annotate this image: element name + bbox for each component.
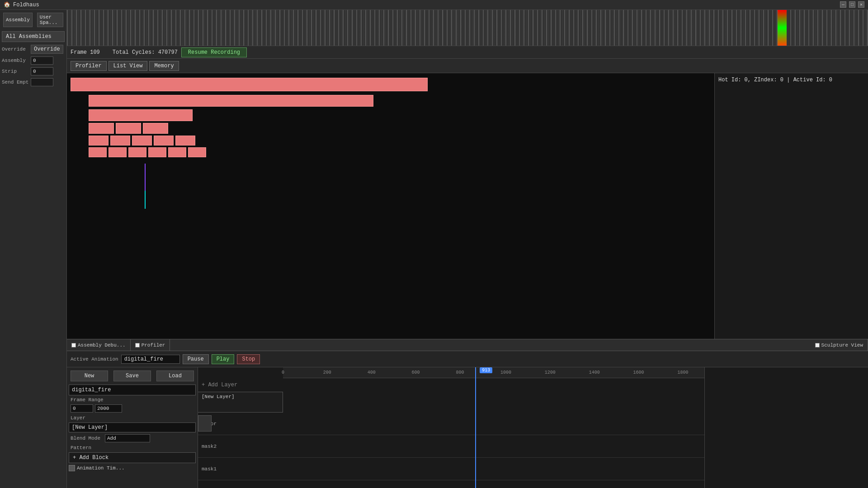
frame-end-input[interactable]: [95, 404, 122, 413]
bottom-content: New Save Load digital_fire Frame Range: [67, 367, 868, 488]
cursor-cyan: [145, 191, 146, 209]
prof-bar-6d: [148, 147, 166, 157]
blend-mode-input[interactable]: [105, 434, 150, 442]
color-block[interactable]: [198, 415, 212, 432]
anim-timeline-row: Animation Tim...: [69, 464, 196, 472]
animation-name-display: digital_fire: [69, 385, 196, 395]
new-button[interactable]: New: [71, 371, 108, 381]
memory-button[interactable]: Memory: [149, 61, 179, 71]
prof-bar-3: [89, 109, 193, 121]
prof-bar-1: [71, 78, 428, 91]
total-cycles-label: Total Cycles: 470797: [113, 49, 178, 56]
override-button[interactable]: Override: [31, 45, 63, 54]
tab-dot-sculpture: [815, 343, 820, 347]
blend-mode-row: Blend Mode: [69, 433, 196, 443]
prof-bar-6a: [89, 147, 107, 157]
main-container: Assembly User Spa... All Assemblies Over…: [0, 10, 868, 488]
add-block-button[interactable]: + Add Block: [69, 452, 196, 463]
send-empt-input[interactable]: [31, 78, 53, 86]
pause-button[interactable]: Pause: [183, 354, 209, 364]
sculpture-view-panel: [704, 367, 868, 488]
ruler-mark-1000: 1000: [500, 370, 511, 375]
track-row-color: color: [198, 413, 704, 435]
tab-profiler[interactable]: Profiler: [131, 339, 170, 351]
resume-recording-button[interactable]: Resume Recording: [181, 47, 247, 57]
tab-dot-profiler: [135, 343, 140, 347]
pattern-label: Pattern: [69, 443, 196, 451]
anim-timeline-icon: [69, 465, 75, 471]
strip-row: Strip: [0, 66, 66, 77]
stop-button[interactable]: Stop: [237, 354, 260, 364]
track-label-mask1: mask1: [198, 466, 283, 472]
ruler-mark-600: 600: [412, 370, 420, 375]
tab-dot-assembly: [71, 343, 76, 347]
app-icon: 🏠: [4, 1, 10, 8]
blend-mode-label: Blend Mode: [71, 436, 102, 441]
profiler-button[interactable]: Profiler: [71, 61, 107, 71]
save-button[interactable]: Save: [113, 371, 151, 381]
animation-controls: Active Animation Pause Play Stop: [67, 351, 868, 367]
profiler-controls: Frame 109 Total Cycles: 470797 Resume Re…: [67, 46, 868, 59]
prof-bar-5d: [154, 136, 174, 145]
prof-bar-6b: [108, 147, 127, 157]
toolbar-row: Profiler List View Memory: [67, 59, 868, 73]
profiler-viz: [67, 73, 714, 339]
new-layer-text: [New Layer]: [198, 392, 283, 401]
prof-bar-6f: [188, 147, 206, 157]
ruler-mark-800: 800: [456, 370, 464, 375]
prof-bar-5e: [175, 136, 195, 145]
override-label: Override: [2, 47, 29, 52]
strip-input[interactable]: [31, 67, 53, 75]
assembly-input[interactable]: [31, 56, 53, 65]
minimize-button[interactable]: —: [840, 1, 846, 8]
all-assemblies-button[interactable]: All Assemblies: [2, 31, 65, 42]
close-button[interactable]: ✕: [858, 1, 864, 8]
track-row-mask1: mask1: [198, 458, 704, 480]
track-row-mask2: mask2: [198, 435, 704, 458]
top-area: Frame 109 Total Cycles: 470797 Resume Re…: [67, 10, 868, 488]
send-empt-label: Send Empt: [2, 80, 29, 85]
frame-range-inputs: [69, 404, 196, 413]
ruler-mark-1600: 1600: [633, 370, 644, 375]
animation-name-input[interactable]: [121, 355, 180, 364]
tab-profiler-label: Profiler: [142, 343, 165, 348]
bottom-section: Assembly Debu... Profiler Sculpture View…: [67, 339, 868, 488]
frame-start-input[interactable]: [71, 404, 93, 413]
user-space-button[interactable]: User Spa...: [37, 13, 63, 27]
strip-label: Strip: [2, 69, 29, 74]
add-layer-button[interactable]: + Add Layer: [198, 378, 241, 392]
app-title: Foldhaus: [13, 2, 39, 8]
frame-label: Frame 109: [71, 49, 100, 56]
override-row: Override Override: [0, 43, 66, 55]
timeline-area: + Add Layer [New Layer] 0 200 400 600 80…: [198, 367, 704, 488]
profiler-section: Hot Id: 0, ZIndex: 0 | Active Id: 0: [67, 73, 868, 339]
tab-spacer: [170, 339, 810, 351]
layer-name-display: [New Layer]: [69, 422, 196, 432]
right-info-panel: Hot Id: 0, ZIndex: 0 | Active Id: 0: [714, 73, 868, 339]
prof-bar-4b: [116, 123, 141, 134]
track-label-mask2: mask2: [198, 444, 283, 449]
prof-bar-5c: [132, 136, 152, 145]
maximize-button[interactable]: □: [849, 1, 855, 8]
tab-assembly-label: Assembly Debu...: [78, 343, 126, 348]
playhead-marker: 913: [480, 367, 492, 373]
prof-bar-4c: [143, 123, 168, 134]
play-button[interactable]: Play: [212, 354, 235, 364]
active-animation-label: Active Animation: [71, 357, 118, 362]
tab-assembly-debug[interactable]: Assembly Debu...: [67, 339, 131, 351]
timeline-ruler: 0 200 400 600 800 913 1000 1200 1400 160…: [283, 367, 704, 378]
list-view-button[interactable]: List View: [108, 61, 148, 71]
tab-bar: Assembly Debu... Profiler Sculpture View: [67, 339, 868, 351]
prof-bar-4a: [89, 123, 114, 134]
tab-sculpture-view[interactable]: Sculpture View: [811, 339, 868, 351]
ruler-mark-1200: 1200: [545, 370, 556, 375]
waveform-highlight: [778, 10, 787, 46]
bottom-left-panel: New Save Load digital_fire Frame Range: [67, 367, 198, 488]
prof-bar-5a: [89, 136, 108, 145]
waveform-overlay: [67, 10, 868, 46]
send-empt-row: Send Empt: [0, 77, 66, 88]
assembly-button[interactable]: Assembly: [3, 13, 33, 27]
load-button[interactable]: Load: [156, 371, 194, 381]
ruler-mark-1800: 1800: [677, 370, 688, 375]
waveform-area: [67, 10, 868, 46]
